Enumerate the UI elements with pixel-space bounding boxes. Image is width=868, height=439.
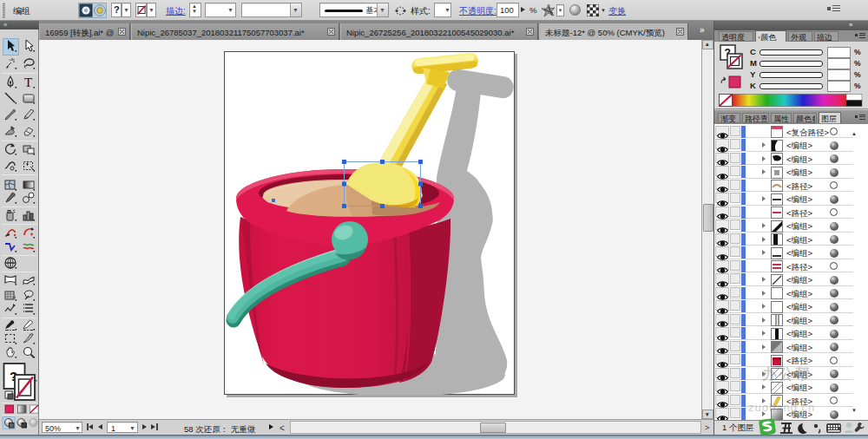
svg-text:T: T [24,75,32,89]
